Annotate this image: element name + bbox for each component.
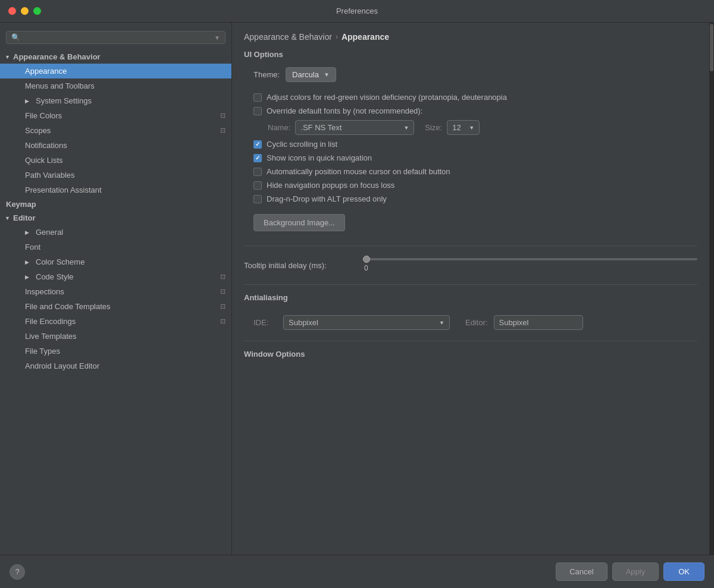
content-inner: UI Options Theme: Darcula ▼ Adjust color…: [232, 48, 709, 555]
page-icon: ⊡: [220, 288, 226, 295]
font-name-value: .SF NS Text: [300, 123, 342, 132]
window-title: Preferences: [336, 7, 378, 15]
separator-3: [244, 341, 697, 341]
sidebar-item-label: Notifications: [25, 141, 67, 150]
sidebar-item-path-variables[interactable]: Path Variables: [0, 168, 231, 183]
sidebar-item-menus-toolbars[interactable]: Menus and Toolbars: [0, 78, 231, 93]
sidebar-item-color-scheme[interactable]: Color Scheme: [0, 254, 231, 269]
sidebar-item-general[interactable]: General: [0, 225, 231, 240]
background-image-button[interactable]: Background Image...: [253, 214, 345, 231]
sidebar-item-notifications[interactable]: Notifications: [0, 138, 231, 153]
checkbox-show-icons-label: Show icons in quick navigation: [267, 153, 372, 162]
search-wrapper[interactable]: 🔍 ▼: [6, 31, 226, 44]
checkbox-show-icons[interactable]: ✓: [253, 154, 262, 162]
checkbox-override-fonts[interactable]: [253, 107, 262, 115]
checkbox-color-vision[interactable]: [253, 93, 262, 102]
checkbox-drag-drop[interactable]: [253, 195, 262, 203]
sidebar-item-live-templates[interactable]: Live Templates: [0, 329, 231, 344]
checkbox-hide-nav[interactable]: [253, 181, 262, 190]
sidebar-item-file-code-templates[interactable]: File and Code Templates ⊡: [0, 299, 231, 314]
sidebar-item-file-colors[interactable]: File Colors ⊡: [0, 108, 231, 123]
checkbox-hide-nav-label: Hide navigation popups on focus loss: [267, 181, 394, 190]
expand-icon: [25, 98, 33, 104]
page-icon: ⊡: [220, 112, 226, 120]
antialiasing-section: Antialiasing IDE: Subpixel ▼ Editor: Sub…: [244, 293, 697, 335]
sidebar-item-label: Quick Lists: [25, 156, 63, 165]
close-button[interactable]: [8, 7, 16, 15]
font-size-dropdown[interactable]: 12 ▼: [447, 120, 480, 135]
tooltip-label: Tooltip initial delay (ms):: [244, 261, 351, 270]
sidebar-section-editor[interactable]: Editor: [0, 211, 231, 225]
ok-button[interactable]: OK: [663, 562, 704, 581]
sidebar-item-file-encodings[interactable]: File Encodings ⊡: [0, 314, 231, 329]
check-icon: ✓: [255, 155, 260, 161]
checkbox-override-fonts-row: Override default fonts by (not recommend…: [244, 104, 697, 118]
search-input[interactable]: [23, 33, 212, 42]
font-name-dropdown[interactable]: .SF NS Text ▼: [295, 120, 414, 135]
sidebar-section-label: Editor: [13, 213, 36, 222]
ide-dropdown-arrow-icon: ▼: [439, 320, 444, 326]
bottom-bar: ? Cancel Apply OK: [0, 555, 714, 588]
content-scrollbar[interactable]: [709, 23, 714, 555]
title-bar: Preferences: [0, 0, 714, 23]
sidebar-item-inspections[interactable]: Inspections ⊡: [0, 284, 231, 299]
window-controls: [8, 7, 41, 15]
window-options-title: Window Options: [244, 350, 697, 359]
window-options-section: Window Options: [244, 350, 697, 359]
sidebar-item-appearance[interactable]: Appearance: [0, 64, 231, 78]
sidebar-item-label: Inspections: [25, 287, 64, 296]
sidebar-section-keymap[interactable]: Keymap: [0, 197, 231, 211]
sidebar-item-system-settings[interactable]: System Settings: [0, 93, 231, 108]
theme-dropdown[interactable]: Darcula ▼: [286, 67, 336, 82]
checkbox-show-icons-row: ✓ Show icons in quick navigation: [244, 151, 697, 165]
cancel-button[interactable]: Cancel: [556, 562, 607, 581]
page-icon: ⊡: [220, 273, 226, 281]
breadcrumb-separator: ›: [336, 33, 338, 41]
content-wrapper: Appearance & Behavior › Appearance UI Op…: [232, 23, 714, 555]
sidebar-item-android-layout-editor[interactable]: Android Layout Editor: [0, 359, 231, 373]
checkbox-hide-nav-row: Hide navigation popups on focus loss: [244, 178, 697, 192]
editor-antialiasing-value: Subpixel: [494, 315, 583, 330]
checkbox-auto-mouse[interactable]: [253, 168, 262, 176]
page-icon: ⊡: [220, 127, 226, 134]
page-icon: ⊡: [220, 317, 226, 325]
sidebar-section-appearance-behavior[interactable]: Appearance & Behavior: [0, 50, 231, 64]
sidebar-item-code-style[interactable]: Code Style ⊡: [0, 269, 231, 284]
sidebar-item-label: System Settings: [36, 96, 92, 105]
sidebar-item-label: Scopes: [25, 126, 51, 135]
font-name-row: Name: .SF NS Text ▼ Size: 12 ▼: [244, 118, 697, 137]
antialiasing-row: IDE: Subpixel ▼ Editor: Subpixel: [244, 310, 697, 335]
antialiasing-title: Antialiasing: [244, 293, 697, 302]
help-button[interactable]: ?: [10, 564, 25, 580]
checkbox-drag-drop-row: Drag-n-Drop with ALT pressed only: [244, 192, 697, 206]
expand-icon: [25, 274, 33, 280]
checkbox-color-vision-row: Adjust colors for red-green vision defic…: [244, 90, 697, 104]
tooltip-slider[interactable]: [363, 258, 697, 260]
checkbox-drag-drop-label: Drag-n-Drop with ALT pressed only: [267, 194, 387, 203]
ide-label: IDE:: [253, 318, 277, 327]
sidebar-item-label: File Encodings: [25, 317, 76, 326]
sidebar-item-presentation-assistant[interactable]: Presentation Assistant: [0, 183, 231, 197]
scrollbar-thumb[interactable]: [710, 24, 713, 71]
sidebar-item-label: Code Style: [36, 272, 74, 281]
separator-2: [244, 284, 697, 285]
bottom-right: Cancel Apply OK: [556, 562, 704, 581]
maximize-button[interactable]: [33, 7, 41, 15]
sidebar-item-quick-lists[interactable]: Quick Lists: [0, 153, 231, 168]
sidebar-item-label: Appearance: [25, 67, 67, 76]
bottom-left: ?: [10, 564, 25, 580]
ide-antialiasing-dropdown[interactable]: Subpixel ▼: [283, 315, 450, 330]
search-container: 🔍 ▼: [0, 27, 231, 50]
sidebar-item-font[interactable]: Font: [0, 240, 231, 254]
sidebar-item-scopes[interactable]: Scopes ⊡: [0, 123, 231, 138]
sidebar-item-label: General: [36, 228, 63, 237]
sidebar-item-label: Path Variables: [25, 171, 75, 180]
font-size-value: 12: [452, 123, 461, 132]
minimize-button[interactable]: [21, 7, 29, 15]
apply-button: Apply: [612, 562, 659, 581]
checkbox-cyclic-scrolling[interactable]: ✓: [253, 140, 262, 149]
sidebar-item-file-types[interactable]: File Types: [0, 344, 231, 359]
sidebar-item-label: File Types: [25, 347, 60, 356]
sidebar-item-label: Color Scheme: [36, 257, 84, 266]
theme-row: Theme: Darcula ▼: [244, 67, 697, 82]
